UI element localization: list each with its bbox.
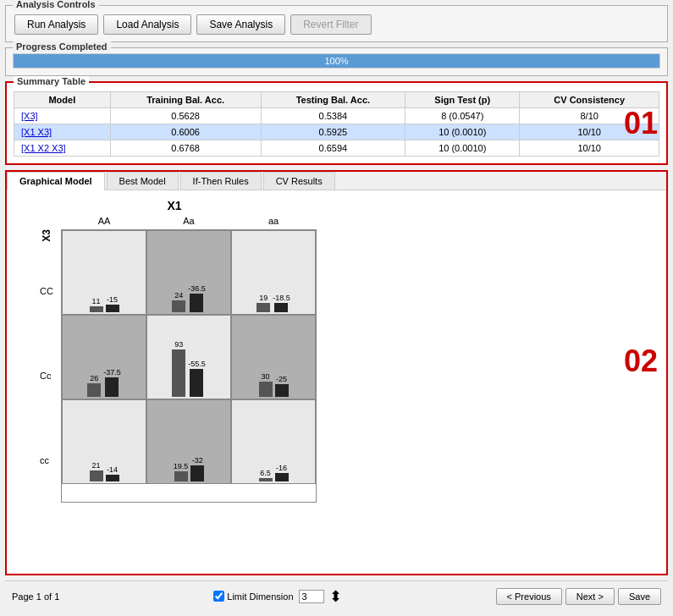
pos-bar-label: 93 [174, 340, 183, 349]
neg-bar-label: -18.5 [273, 294, 290, 302]
pos-bar-wrapper: 30 [259, 329, 273, 397]
tab-cv-results[interactable]: CV Results [263, 172, 335, 190]
pos-bar [259, 382, 273, 397]
col-sign-test: Sign Test (p) [405, 92, 520, 108]
bar-group: 6.5 -16 [235, 414, 312, 481]
pos-bar-label: 21 [91, 461, 100, 470]
save-analysis-button[interactable]: Save Analysis [196, 14, 285, 35]
bar-group: 21 -14 [66, 414, 142, 481]
neg-bar [274, 303, 288, 312]
neg-bar-label: -37.5 [103, 368, 121, 377]
footer-nav: < Previous Next > Save [496, 588, 661, 605]
pos-bar-wrapper: 19.5 [174, 414, 189, 481]
footer-save-button[interactable]: Save [618, 588, 661, 605]
neg-bar [275, 473, 289, 481]
y-labels: CC Cc cc [40, 249, 53, 503]
bar-group: 11 -15 [66, 245, 142, 312]
y-label-cc: cc [40, 418, 53, 503]
x-axis-labels-row: AA Aa aa [62, 216, 316, 226]
neg-bar-label: -14 [107, 465, 118, 474]
controls-buttons: Run Analysis Load Analysis Save Analysis… [14, 14, 659, 35]
chart-container: X1 AA Aa aa X3 CC Cc cc [32, 199, 317, 503]
bar-group: 30 -25 [235, 329, 312, 397]
pos-bar [90, 306, 103, 312]
limit-dimension-checkbox[interactable] [213, 591, 224, 602]
neg-bar-label: -55.5 [188, 360, 206, 368]
pos-bar [90, 470, 103, 481]
cell-train-acc: 0.6768 [110, 140, 261, 157]
x-label-0: AA [62, 216, 146, 226]
pos-bar-wrapper: 24 [172, 245, 185, 312]
bar-group: 26 -37.5 [66, 329, 142, 397]
neg-bar-wrapper: -15 [106, 245, 119, 312]
neg-bar-wrapper: -25 [275, 329, 289, 397]
neg-bar-wrapper: -32 [190, 414, 204, 481]
col-model: Model [14, 92, 111, 108]
limit-dimension-text: Limit Dimension [227, 591, 293, 602]
progress-section: Progress Completed 100% [5, 47, 668, 76]
chart-body: X3 CC Cc cc 11 -15 [32, 229, 317, 503]
neg-bar-wrapper: -18.5 [273, 245, 290, 312]
neg-bar-label: -25 [276, 375, 287, 383]
bar-group: 93 -55.5 [151, 329, 227, 397]
limit-value-input[interactable] [299, 590, 324, 603]
bar-group: 24 -36.5 [151, 245, 227, 312]
grid-cell: 11 -15 [62, 230, 146, 315]
grid-cell: 30 -25 [231, 315, 316, 399]
cell-model[interactable]: [X1 X2 X3] [14, 140, 111, 157]
pos-bar [172, 300, 185, 312]
neg-bar-label: -15 [107, 295, 118, 304]
pos-bar-wrapper: 26 [87, 329, 101, 397]
previous-button[interactable]: < Previous [496, 588, 562, 605]
footer-center: Limit Dimension ⬍ [213, 589, 341, 604]
pos-bar [172, 349, 185, 397]
progress-text: 100% [324, 56, 348, 66]
col-test-acc: Testing Bal. Acc. [261, 92, 405, 108]
table-row[interactable]: [X1 X3] 0.6006 0.5925 10 (0.0010) 10/10 [14, 124, 659, 140]
neg-bar-wrapper: -37.5 [103, 329, 121, 397]
pos-bar [257, 303, 270, 312]
pos-bar [259, 478, 273, 481]
load-analysis-button[interactable]: Load Analysis [103, 14, 191, 35]
pos-bar-label: 30 [261, 372, 269, 381]
progress-bar-inner: 100% [14, 54, 659, 68]
cell-test-acc: 0.5925 [261, 124, 405, 140]
cell-test-acc: 0.6594 [261, 140, 405, 157]
pos-bar [174, 471, 188, 481]
pos-bar-label: 19 [259, 294, 268, 302]
y-axis-title: X3 [41, 229, 52, 242]
revert-filter-button[interactable]: Revert Filter [290, 14, 371, 35]
progress-label: Progress Completed [13, 41, 111, 52]
tab-best-model[interactable]: Best Model [107, 172, 179, 190]
pos-bar-label: 19.5 [174, 462, 189, 470]
tab-graphical-model[interactable]: Graphical Model [7, 172, 105, 190]
analysis-controls-section: Analysis Controls Run Analysis Load Anal… [5, 5, 668, 42]
grid-cell: 21 -14 [62, 399, 146, 484]
neg-bar [275, 384, 289, 397]
badge-01: 01 [624, 106, 658, 141]
y-label-Cc: Cc [40, 333, 53, 418]
bar-group: 19 -18.5 [235, 245, 312, 312]
limit-spinner[interactable]: ⬍ [329, 589, 342, 604]
grid-cell: 19 -18.5 [231, 230, 316, 315]
table-row[interactable]: [X1 X2 X3] 0.6768 0.6594 10 (0.0010) 10/… [14, 140, 659, 157]
tabs-row: Graphical Model Best Model If-Then Rules… [7, 172, 666, 190]
cell-model[interactable]: [X1 X3] [14, 124, 111, 140]
neg-bar-label: -16 [276, 464, 287, 472]
chart-grid: 11 -15 24 -36.5 [61, 229, 317, 503]
grid-cell: 93 -55.5 [146, 315, 231, 399]
neg-bar-label: -32 [192, 456, 203, 465]
cell-test-acc: 0.5384 [261, 108, 405, 124]
table-row[interactable]: [X3] 0.5628 0.5384 8 (0.0547) 8/10 [14, 108, 659, 124]
pos-bar-label: 26 [90, 374, 98, 382]
progress-bar-outer: 100% [13, 53, 660, 69]
cell-train-acc: 0.5628 [110, 108, 261, 124]
pos-bar-label: 6.5 [260, 469, 271, 477]
grid-cell: 19.5 -32 [146, 399, 231, 484]
bar-group: 19.5 -32 [151, 414, 227, 481]
cell-train-acc: 0.6006 [110, 124, 261, 140]
cell-model[interactable]: [X3] [14, 108, 111, 124]
next-button[interactable]: Next > [565, 588, 615, 605]
tab-if-then-rules[interactable]: If-Then Rules [180, 172, 262, 190]
run-analysis-button[interactable]: Run Analysis [14, 14, 98, 35]
